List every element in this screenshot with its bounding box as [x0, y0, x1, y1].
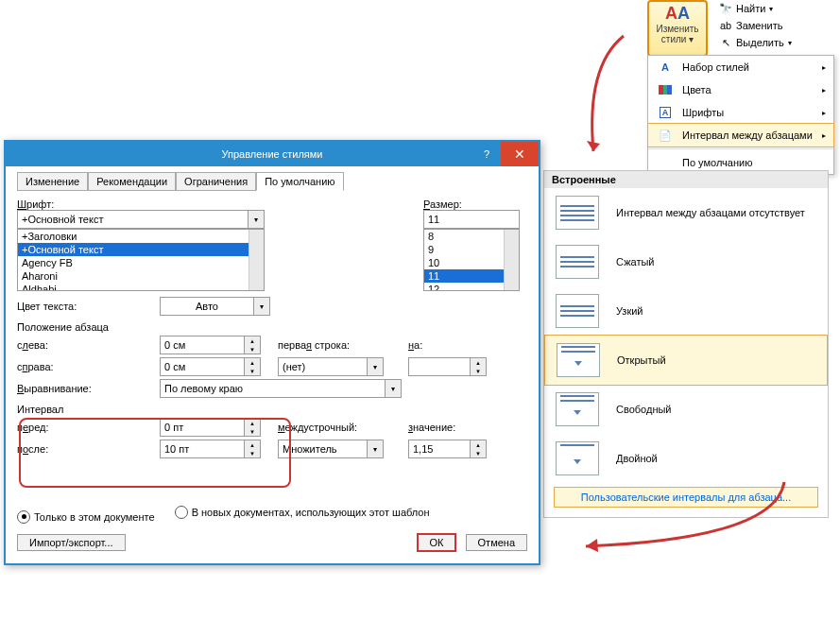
left-spinner[interactable]: ▲▼	[160, 336, 261, 354]
firstline-input[interactable]	[279, 358, 367, 375]
tab-recommend[interactable]: Рекомендации	[88, 172, 176, 191]
custom-spacing-link[interactable]: Пользовательские интервалы для абзаца...	[554, 487, 818, 508]
list-item[interactable]: Aharoni	[18, 269, 264, 283]
radio-icon	[175, 506, 188, 519]
para-spacing-panel: Встроенные Интервал между абзацами отсут…	[543, 170, 829, 518]
spinner-down[interactable]: ▼	[245, 345, 260, 354]
left-label: слева:	[17, 339, 154, 351]
spinner-up[interactable]: ▲	[471, 358, 486, 367]
linespacing-input[interactable]	[279, 440, 367, 457]
linespacing-label: междустрочный:	[278, 422, 372, 433]
change-styles-button[interactable]: AA Изменитьстили ▾	[647, 0, 708, 57]
font-combo[interactable]: ▾	[17, 210, 265, 229]
chevron-down-icon[interactable]: ▾	[253, 298, 269, 315]
value-label: значение:	[408, 422, 465, 433]
menu-paragraph-spacing[interactable]: 📄Интервал между абзацами▸	[647, 123, 834, 147]
menu-style-set[interactable]: AНабор стилей▸	[648, 56, 833, 78]
annotation-interval-highlight	[19, 418, 291, 488]
position-label: Положение абзаца	[17, 321, 527, 333]
style-compact[interactable]: Сжатый	[544, 237, 828, 286]
value-spinner[interactable]: ▲▼	[408, 440, 487, 458]
spinner-up[interactable]: ▲	[245, 336, 260, 345]
size-label: Размер:	[423, 198, 527, 210]
tab-default[interactable]: По умолчанию	[256, 172, 343, 191]
textcolor-label: Цвет текста:	[17, 301, 154, 312]
radio-this-document[interactable]: Только в этом документе	[17, 510, 155, 524]
chevron-down-icon[interactable]: ▾	[248, 211, 264, 228]
menu-colors[interactable]: Цвета▸	[648, 78, 833, 101]
textcolor-combo[interactable]: ▾	[160, 297, 270, 316]
firstline-label: первая строка:	[278, 339, 372, 351]
by-label: на:	[408, 339, 465, 351]
change-styles-dropdown: AНабор стилей▸ Цвета▸ AШрифты▸ 📄Интервал…	[647, 55, 834, 175]
style-label: Узкий	[616, 305, 643, 317]
close-button[interactable]: ✕	[501, 142, 539, 166]
value-input[interactable]	[409, 440, 470, 457]
help-button[interactable]: ?	[474, 142, 499, 166]
radio-new-documents[interactable]: В новых документах, использующих этот ша…	[175, 506, 430, 519]
scrollbar[interactable]	[504, 230, 519, 290]
menu-colors-label: Цвета	[682, 84, 711, 95]
spinner-down[interactable]: ▼	[471, 367, 486, 375]
spinner-down[interactable]: ▼	[471, 449, 486, 457]
list-item[interactable]: Agency FB	[18, 256, 264, 269]
left-input[interactable]	[161, 336, 244, 354]
list-item[interactable]: Aldhabi	[18, 283, 264, 291]
select-button[interactable]: ↖Выделить ▾	[715, 34, 829, 51]
tab-restrict[interactable]: Ограничения	[176, 172, 256, 191]
import-export-button[interactable]: Импорт/экспорт...	[17, 534, 126, 551]
custom-spacing-label: Пользовательские интервалы для абзаца...	[581, 492, 791, 503]
interval-label: Интервал	[17, 404, 527, 415]
list-item[interactable]: +Основной текст	[18, 243, 264, 256]
tab-edit[interactable]: Изменение	[17, 172, 88, 191]
style-relaxed[interactable]: Свободный	[544, 385, 828, 434]
linespacing-combo[interactable]: ▾	[278, 440, 384, 458]
dialog-titlebar: Управление стилями ? ✕	[6, 142, 539, 166]
menu-fonts[interactable]: AШрифты▸	[648, 101, 833, 124]
font-listbox[interactable]: +Заголовки +Основной текст Agency FB Aha…	[17, 229, 265, 291]
chevron-down-icon[interactable]: ▾	[385, 380, 401, 397]
style-tight[interactable]: Узкий	[544, 286, 828, 336]
style-open[interactable]: Открытый	[544, 335, 828, 386]
ok-button[interactable]: ОК	[417, 533, 457, 552]
panel-header: Встроенные	[544, 171, 828, 188]
size-listbox[interactable]: 8 9 10 11 12	[423, 229, 520, 291]
style-label: Свободный	[616, 404, 672, 415]
font-label: Шрифт:	[17, 198, 386, 210]
firstline-combo[interactable]: ▾	[278, 357, 384, 376]
scrollbar[interactable]	[249, 230, 264, 290]
by-input[interactable]	[409, 358, 470, 375]
by-spinner[interactable]: ▲▼	[408, 357, 487, 376]
right-label: справа:	[17, 361, 154, 372]
chevron-down-icon[interactable]: ▾	[367, 358, 383, 375]
list-item[interactable]: +Заголовки	[18, 230, 264, 243]
font-input[interactable]	[18, 211, 248, 228]
spacing-icon: 📄	[656, 128, 675, 143]
style-no-spacing[interactable]: Интервал между абзацами отсутствует	[544, 188, 828, 237]
style-double[interactable]: Двойной	[544, 434, 828, 483]
dialog-title: Управление стилями	[222, 148, 323, 160]
align-combo[interactable]: ▾	[160, 379, 402, 398]
right-input[interactable]	[161, 358, 244, 375]
manage-styles-dialog: Управление стилями ? ✕ Изменение Рекомен…	[4, 140, 540, 565]
style-label: Сжатый	[616, 256, 655, 267]
spinner-up[interactable]: ▲	[245, 358, 260, 367]
spinner-down[interactable]: ▼	[245, 367, 260, 375]
spinner-up[interactable]: ▲	[471, 440, 486, 449]
right-spinner[interactable]: ▲▼	[160, 357, 261, 376]
fonts-icon: A	[656, 105, 675, 120]
find-button[interactable]: 🔭Найти ▾	[715, 0, 829, 17]
cancel-button[interactable]: Отмена	[466, 534, 527, 551]
style-label: Интервал между абзацами отсутствует	[616, 207, 805, 218]
textcolor-input[interactable]	[161, 298, 253, 315]
binoculars-icon: 🔭	[719, 2, 732, 15]
chevron-down-icon[interactable]: ▾	[367, 440, 383, 457]
find-label: Найти	[736, 3, 765, 14]
close-icon: ✕	[514, 147, 525, 162]
size-input[interactable]	[424, 211, 519, 228]
chevron-down-icon: ▾	[769, 5, 773, 13]
change-styles-label2: стили	[661, 34, 687, 44]
replace-button[interactable]: abЗаменить	[715, 17, 829, 34]
size-combo[interactable]	[423, 210, 520, 229]
align-input[interactable]	[161, 380, 385, 397]
